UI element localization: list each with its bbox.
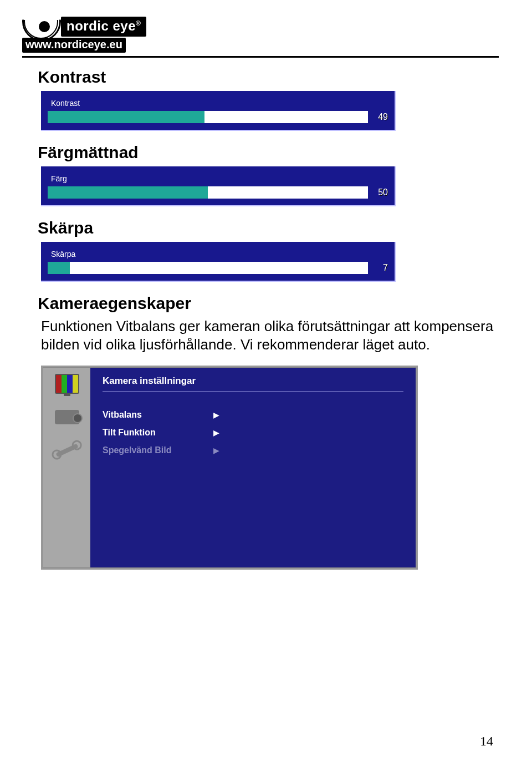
camera-side-icons — [43, 368, 90, 567]
camera-menu-item-label: Spegelvänd Bild — [103, 445, 213, 455]
section-title-kontrast: Kontrast — [38, 68, 499, 87]
slider-fill-skarpa — [48, 262, 70, 274]
chevron-right-icon: ▶ — [213, 428, 219, 437]
brand-logo: nordic eye® www.nordiceye.eu — [22, 17, 166, 53]
wrench-icon[interactable] — [52, 439, 82, 462]
slider-panel-fargmattnad: Färg 50 — [41, 166, 396, 206]
slider-value-kontrast: 49 — [371, 112, 388, 122]
chevron-right-icon: ▶ — [213, 410, 219, 419]
section-title-fargmattnad: Färgmättnad — [38, 143, 499, 162]
camera-menu-item-label: Vitbalans — [103, 410, 213, 420]
slider-track-kontrast[interactable] — [48, 111, 368, 123]
slider-value-skarpa: 7 — [371, 263, 388, 273]
page-number: 14 — [480, 734, 493, 749]
section-title-kameraegenskaper: Kameraegenskaper — [38, 294, 499, 313]
monitor-icon[interactable] — [52, 372, 82, 395]
brand-registered: ® — [136, 19, 141, 27]
slider-value-farg: 50 — [371, 187, 388, 197]
kameraegenskaper-body: Funktionen Vitbalans ger kameran olika f… — [41, 317, 499, 353]
camera-title-divider — [103, 391, 403, 392]
chevron-right-icon: ▶ — [213, 446, 219, 455]
eye-icon — [22, 17, 58, 37]
slider-label-fargmattnad: Färg — [45, 170, 390, 186]
camera-panel-title: Kamera inställningar — [103, 376, 403, 387]
slider-label-skarpa: Skärpa — [45, 245, 390, 262]
section-title-skarpa: Skärpa — [38, 219, 499, 237]
slider-track-farg[interactable] — [48, 186, 368, 199]
camera-menu-item[interactable]: Tilt Funktion▶ — [103, 424, 403, 442]
slider-track-skarpa[interactable] — [48, 262, 368, 274]
slider-fill-kontrast — [48, 111, 204, 123]
brand-name: nordic eye — [66, 18, 136, 33]
slider-panel-kontrast: Kontrast 49 — [41, 91, 396, 131]
camera-icon[interactable] — [52, 405, 82, 429]
slider-fill-farg — [48, 186, 208, 199]
slider-label-kontrast: Kontrast — [45, 94, 390, 111]
camera-settings-panel: Kamera inställningar Vitbalans▶Tilt Funk… — [41, 366, 418, 570]
camera-menu-item[interactable]: Vitbalans▶ — [103, 406, 403, 424]
camera-menu-item-label: Tilt Funktion — [103, 428, 213, 438]
slider-panel-skarpa: Skärpa 7 — [41, 242, 396, 282]
camera-menu-item[interactable]: Spegelvänd Bild▶ — [103, 442, 403, 459]
